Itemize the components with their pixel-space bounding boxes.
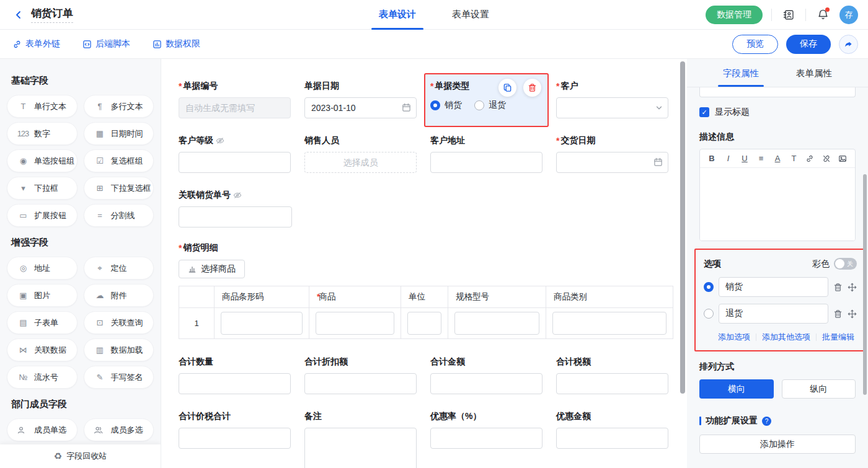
delete-option-icon[interactable]: [833, 283, 843, 292]
tab-field-properties[interactable]: 字段属性: [718, 59, 764, 87]
field-title-input-partial[interactable]: [699, 87, 856, 97]
insert-image-icon[interactable]: [838, 154, 848, 163]
field-customer-level[interactable]: 客户等级: [179, 135, 291, 173]
field-item-data-load[interactable]: ▥数据加载: [84, 338, 154, 361]
tab-form-settings[interactable]: 表单设置: [445, 0, 497, 30]
page-title[interactable]: 销货订单: [31, 6, 73, 23]
field-discount-rate[interactable]: 优惠率（%）: [430, 411, 542, 468]
tab-form-properties[interactable]: 表单属性: [791, 59, 837, 87]
total-amount-input[interactable]: [430, 373, 542, 394]
field-item-serial-number[interactable]: №流水号: [7, 366, 78, 389]
show-title-checkbox-row[interactable]: 显示标题: [699, 107, 856, 118]
field-item-image[interactable]: ▣图片: [7, 284, 78, 307]
field-item-single-text[interactable]: T单行文本: [7, 95, 78, 118]
field-doc-no[interactable]: *单据编号: [179, 81, 291, 118]
field-discount-amount[interactable]: 优惠金额: [556, 411, 668, 468]
checkbox-checked-icon[interactable]: [699, 107, 709, 117]
field-item-divider[interactable]: =分割线: [84, 204, 154, 227]
bold-button[interactable]: B: [707, 154, 717, 163]
option-value-input[interactable]: [719, 277, 828, 297]
field-doc-date[interactable]: 单据日期: [304, 81, 417, 118]
drag-move-icon[interactable]: [848, 309, 857, 319]
radio-selected-icon[interactable]: [704, 282, 714, 292]
field-item-multi-dropdown[interactable]: ⊞下拉复选框: [84, 177, 154, 200]
field-total-qty[interactable]: 合计数量: [179, 356, 291, 394]
add-operation-button[interactable]: 添加操作: [699, 435, 856, 454]
drag-move-icon[interactable]: [848, 283, 857, 292]
underline-button[interactable]: U: [740, 154, 750, 163]
field-item-attachment[interactable]: ☁附件: [84, 284, 154, 307]
radio-option-sale[interactable]: 销货: [430, 100, 462, 111]
field-item-number[interactable]: 123数字: [7, 122, 78, 145]
field-delivery-date[interactable]: *交货日期: [556, 135, 668, 173]
field-total-with-tax[interactable]: 合计价税合计: [179, 411, 291, 468]
add-option-link[interactable]: 添加选项: [718, 332, 750, 343]
product-input[interactable]: [316, 312, 394, 335]
calendar-icon[interactable]: [402, 103, 411, 112]
font-color-button[interactable]: A: [773, 154, 782, 163]
discount-rate-input[interactable]: [430, 428, 542, 449]
field-item-address[interactable]: ◎地址: [7, 257, 78, 280]
font-size-button[interactable]: T: [789, 154, 799, 163]
delivery-date-input[interactable]: [556, 152, 668, 173]
field-total-discount[interactable]: 合计折扣额: [304, 356, 417, 394]
tab-form-design[interactable]: 表单设计: [371, 0, 423, 30]
customer-level-input[interactable]: [179, 152, 291, 173]
radio-icon[interactable]: [704, 309, 714, 319]
add-other-option-link[interactable]: 添加其他选项: [762, 332, 810, 343]
share-button[interactable]: [839, 35, 858, 54]
field-related-no[interactable]: 关联销货单号: [179, 190, 292, 227]
color-toggle-off[interactable]: 关: [834, 258, 857, 270]
unit-input[interactable]: [407, 312, 441, 335]
customer-address-input[interactable]: [430, 152, 542, 173]
field-customer[interactable]: *客户: [556, 81, 668, 118]
discount-amount-input[interactable]: [556, 428, 668, 449]
related-no-input[interactable]: [179, 206, 292, 227]
form-external-link[interactable]: 表单外链: [12, 38, 60, 50]
field-item-checkbox-group[interactable]: ☑复选框组: [84, 149, 154, 172]
field-recycle-bin[interactable]: ♻ 字段回收站: [0, 444, 161, 468]
description-editor-body[interactable]: [700, 168, 855, 241]
field-item-extend-button[interactable]: ▭扩展按钮: [7, 204, 78, 227]
field-item-location[interactable]: ⌖定位: [84, 257, 154, 280]
field-customer-address[interactable]: 客户地址: [430, 135, 542, 173]
form-canvas[interactable]: *单据编号 单据日期 *单据类型: [161, 59, 687, 468]
field-total-amount[interactable]: 合计金额: [430, 356, 542, 394]
avatar[interactable]: 存: [839, 6, 858, 24]
notifications-bell-icon[interactable]: [815, 7, 831, 23]
option-value-input[interactable]: [719, 304, 828, 324]
barcode-input[interactable]: [221, 312, 303, 335]
backend-script-link[interactable]: 后端脚本: [82, 38, 130, 50]
remark-textarea[interactable]: [304, 428, 417, 468]
data-permission-link[interactable]: 数据权限: [153, 38, 200, 50]
back-button[interactable]: [11, 7, 26, 22]
calendar-icon[interactable]: [653, 157, 663, 167]
arrangement-horizontal-button[interactable]: 横向: [699, 379, 774, 399]
batch-edit-link[interactable]: 批量编辑: [822, 332, 854, 343]
chevron-down-icon[interactable]: [655, 104, 663, 112]
field-remark[interactable]: 备注: [304, 411, 417, 468]
contacts-icon[interactable]: [781, 7, 797, 23]
remove-link-icon[interactable]: [822, 154, 832, 163]
canvas-scrollbar[interactable]: [680, 61, 685, 394]
field-item-subform[interactable]: ▤子表单: [7, 311, 78, 334]
pick-product-button[interactable]: 选择商品: [179, 260, 245, 278]
spec-input[interactable]: [454, 312, 539, 335]
field-item-related-data[interactable]: ⋈关联数据: [7, 338, 78, 361]
insert-link-icon[interactable]: [805, 154, 815, 163]
field-item-dropdown[interactable]: ▾下拉框: [7, 177, 78, 200]
italic-button[interactable]: I: [724, 154, 733, 163]
sales-person-picker[interactable]: [304, 152, 417, 173]
total-with-tax-input[interactable]: [179, 428, 291, 449]
copy-field-button[interactable]: [498, 79, 516, 97]
field-item-radio-group[interactable]: ◉单选按钮组: [7, 149, 78, 172]
field-item-related-query[interactable]: ⊡关联查询: [84, 311, 154, 334]
field-sales-person[interactable]: 销售人员: [304, 135, 417, 173]
arrangement-vertical-button[interactable]: 纵向: [782, 379, 856, 399]
help-icon[interactable]: ?: [762, 417, 771, 426]
field-item-member-single[interactable]: 成员单选: [7, 418, 78, 441]
delete-option-icon[interactable]: [833, 309, 843, 319]
customer-select[interactable]: [556, 97, 668, 118]
field-item-datetime[interactable]: ▦日期时间: [84, 122, 154, 145]
align-button[interactable]: ≡: [756, 154, 766, 163]
